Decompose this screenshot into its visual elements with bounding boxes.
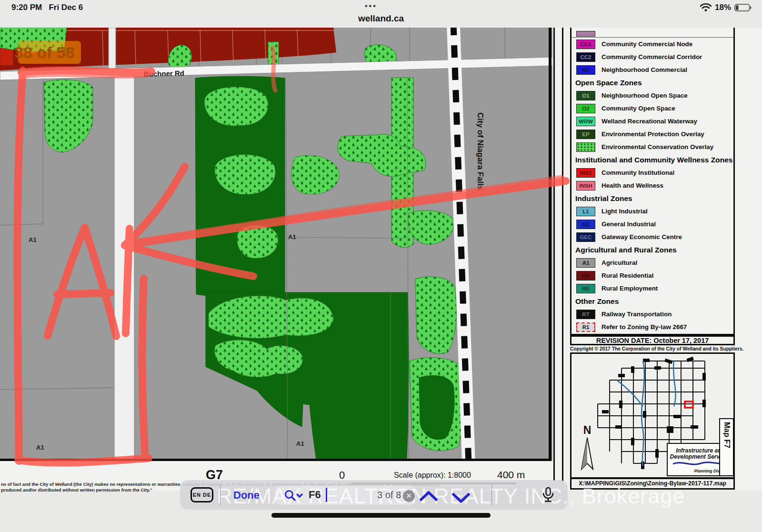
legend-label: Environmental Conservation Overlay (602, 143, 713, 151)
legend-label: Refer to Zoning By-law 2667 (602, 323, 687, 331)
legend-row-r1: R1Refer to Zoning By-law 2667 (572, 321, 733, 333)
legend-label: Community Commercial Corridor (602, 53, 702, 60)
legend-label: Neighbourhood Open Space (602, 92, 688, 99)
zoning-map[interactable]: Buchner Rd City of Niagara Falls RR A1 A… (0, 28, 552, 462)
map-reference: Map F7 (719, 418, 734, 476)
zone-label-a1-bottom-left: A1 (36, 444, 44, 451)
next-match-button[interactable] (451, 492, 471, 503)
legend-row-ep: EPEnvironmental Protection Overlay (572, 128, 733, 141)
microphone-icon[interactable] (541, 487, 555, 504)
map-divider-line-2 (562, 28, 563, 481)
legend-label: Railway Transportation (602, 311, 672, 318)
legend-code: R1 (582, 324, 590, 330)
legend-swatch (576, 142, 595, 152)
legend-label: Health and Wellness (602, 182, 663, 189)
legend-swatch: GEC (576, 232, 595, 242)
search-highlight-text: 38 of 58 (14, 43, 75, 61)
legend-code: EP (582, 131, 589, 137)
legend-swatch: INS1 (576, 168, 595, 178)
current-map-highlight (685, 402, 693, 408)
battery-percent: 18% (715, 3, 731, 12)
legend-code: WRW (579, 119, 593, 124)
legend-label: Welland Recreational Waterway (602, 118, 697, 125)
find-bar-divider-2 (491, 484, 492, 506)
scale-distance: 400 m (497, 469, 525, 481)
legend-swatch: CC1 (576, 40, 595, 49)
legend-code: RE (582, 286, 590, 291)
done-button[interactable]: Done (233, 489, 260, 502)
find-bar-divider (220, 484, 221, 506)
match-counter: 3 of 8 (377, 490, 401, 501)
revision-date: REVISION DATE: October 17, 2017 (570, 335, 735, 345)
legend-section-header: Industrial Zones (572, 192, 733, 205)
legend-row-re: RERural Employment (572, 282, 733, 295)
legend-row-l1: L1Light Industrial (572, 205, 733, 218)
legend-row-a1: A1Agricultural (572, 256, 733, 269)
legend-label: Community Commercial Node (602, 40, 692, 48)
screen: 9:20 PM Fri Dec 6 ••• welland.ca 18% (0, 0, 762, 532)
legend-section-header: Institutional and Community Wellness Zon… (572, 153, 733, 166)
legend-label: Community Open Space (602, 105, 675, 112)
disclaimer-line2: produced and/or distributed without writ… (1, 487, 180, 492)
legend-section-header: Open Space Zones (572, 76, 733, 89)
status-date: Fri Dec 6 (49, 3, 83, 12)
legend-swatch: RT (576, 310, 595, 319)
legend-code: G1 (582, 221, 589, 227)
legend-label: Agricultural (602, 259, 637, 266)
legend-swatch: WRW (576, 117, 595, 126)
legend-panel: CC1Community Commercial NodeCC2Community… (570, 28, 735, 335)
legend-code: CC1 (580, 41, 591, 47)
legend-label: Neighbourhood Commercial (602, 66, 687, 73)
legend-row-nc: NCNeighbourhood Commercial (572, 63, 733, 76)
zone-label-a1-left: A1 (29, 236, 37, 243)
legend-label: Light Industrial (602, 208, 648, 215)
battery-icon (734, 3, 752, 12)
legend-row-o1: O1Neighbourhood Open Space (572, 89, 733, 102)
map-reference-label: Map F7 (722, 422, 731, 448)
status-time-date: 9:20 PM Fri Dec 6 (11, 3, 83, 12)
legend-swatch: INSH (576, 181, 595, 191)
scale-text: Scale (approx): 1:8000 (394, 471, 471, 480)
status-time: 9:20 PM (11, 3, 42, 12)
zone-label-a1-center: A1 (288, 233, 296, 241)
legend-code: L1 (582, 209, 589, 214)
legend-row-rr: RRRural Residential (572, 269, 733, 282)
road-label: Buchner Rd (144, 69, 184, 78)
home-indicator[interactable] (271, 513, 491, 518)
legend-code: RR (582, 273, 590, 279)
north-arrow: N (578, 424, 597, 473)
legend-row-cc1: CC1Community Commercial Node (572, 38, 733, 50)
legend-label: Rural Residential (602, 272, 653, 279)
legend-swatch: CC2 (576, 52, 595, 62)
legend-label: Environmental Protection Overlay (602, 130, 704, 138)
legend-row: Environmental Conservation Overlay (572, 141, 733, 153)
legend-section-header: Other Zones (572, 295, 733, 308)
legend-rows: CC1Community Commercial NodeCC2Community… (572, 29, 733, 333)
legend-row-gec: GECGateway Economic Centre (572, 231, 733, 243)
north-label: N (578, 424, 597, 437)
legend-row-ins1: INS1Community Institutional (572, 166, 733, 179)
previous-match-button[interactable] (419, 491, 438, 502)
legend-code: INS1 (580, 170, 592, 176)
legend-code: RT (582, 311, 589, 317)
legend-swatch: EP (576, 130, 595, 139)
keyboard-language-badge[interactable]: EN DE (190, 487, 213, 502)
legend-code: GEC (580, 234, 592, 240)
legend-code: CC2 (580, 54, 591, 60)
multitask-dots-icon: ••• (365, 2, 377, 10)
status-right-cluster: 18% (700, 3, 752, 12)
legend-label: Rural Employment (602, 285, 658, 292)
site-title: welland.ca (0, 13, 762, 24)
boundary-label: City of Niagara Falls (476, 112, 485, 190)
map-divider-line-1 (553, 28, 555, 481)
zone-label-a1-bottom-center: A1 (296, 440, 304, 447)
clear-search-button[interactable]: ✕ (403, 490, 415, 502)
text-caret (326, 488, 327, 502)
legend-swatch (576, 31, 595, 37)
legend-row-rt: RTRailway Transportation (572, 308, 733, 321)
search-options-icon[interactable] (284, 490, 304, 502)
find-query-text[interactable]: F6 (309, 489, 321, 501)
legend-row-insh: INSHHealth and Wellness (572, 179, 733, 192)
legend-row-cc2: CC2Community Commercial Corridor (572, 50, 733, 63)
copyright-line: Copyright © 2017 The Corporation of the … (570, 346, 735, 351)
